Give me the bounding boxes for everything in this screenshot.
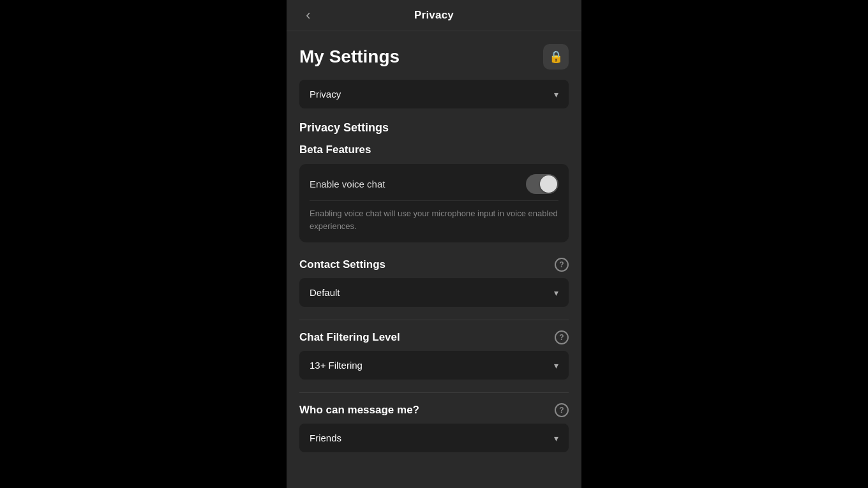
who-can-message-row: Who can message me? ? <box>299 403 569 417</box>
category-dropdown-value: Privacy <box>310 89 341 100</box>
beta-features-heading: Beta Features <box>299 144 569 156</box>
who-can-message-chevron: ▾ <box>554 433 558 443</box>
category-dropdown[interactable]: Privacy ▾ <box>299 80 569 108</box>
contact-settings-chevron: ▾ <box>554 288 558 298</box>
page-title: My Settings <box>299 47 400 67</box>
top-nav: ‹ Privacy <box>287 0 581 31</box>
chat-filtering-value: 13+ Filtering <box>310 360 363 371</box>
toggle-knob <box>540 175 557 193</box>
settings-header-row: My Settings 🔒 <box>299 44 569 70</box>
privacy-settings-heading: Privacy Settings <box>299 121 569 135</box>
voice-chat-toggle[interactable] <box>526 174 558 194</box>
voice-chat-row: Enable voice chat <box>310 174 558 194</box>
chat-filtering-heading: Chat Filtering Level <box>299 331 400 344</box>
beta-features-card: Enable voice chat Enabling voice chat wi… <box>299 164 569 242</box>
chat-filtering-dropdown[interactable]: 13+ Filtering ▾ <box>299 351 569 380</box>
chat-filtering-help-icon[interactable]: ? <box>555 330 569 344</box>
voice-chat-description: Enabling voice chat will use your microp… <box>310 200 558 232</box>
contact-settings-row: Contact Settings ? <box>299 258 569 272</box>
lock-icon: 🔒 <box>549 50 563 64</box>
content-area: My Settings 🔒 Privacy ▾ Privacy Settings… <box>287 31 581 488</box>
nav-title: Privacy <box>414 9 454 22</box>
who-can-message-value: Friends <box>310 433 341 443</box>
lock-button[interactable]: 🔒 <box>543 44 569 70</box>
contact-settings-dropdown[interactable]: Default ▾ <box>299 278 569 307</box>
back-button[interactable]: ‹ <box>297 4 320 27</box>
category-dropdown-chevron: ▾ <box>554 89 558 100</box>
voice-chat-label: Enable voice chat <box>310 179 385 189</box>
back-icon: ‹ <box>306 7 310 24</box>
who-can-message-heading: Who can message me? <box>299 404 419 417</box>
chat-filtering-chevron: ▾ <box>554 360 558 371</box>
divider-1 <box>299 320 569 320</box>
who-can-message-help-icon[interactable]: ? <box>555 403 569 417</box>
phone-container: ‹ Privacy My Settings 🔒 Privacy ▾ Privac… <box>287 0 581 488</box>
divider-2 <box>299 392 569 393</box>
contact-settings-value: Default <box>310 287 340 298</box>
contact-settings-help-icon[interactable]: ? <box>555 258 569 272</box>
who-can-message-dropdown[interactable]: Friends ▾ <box>299 424 569 452</box>
contact-settings-heading: Contact Settings <box>299 258 385 271</box>
chat-filtering-row: Chat Filtering Level ? <box>299 330 569 344</box>
